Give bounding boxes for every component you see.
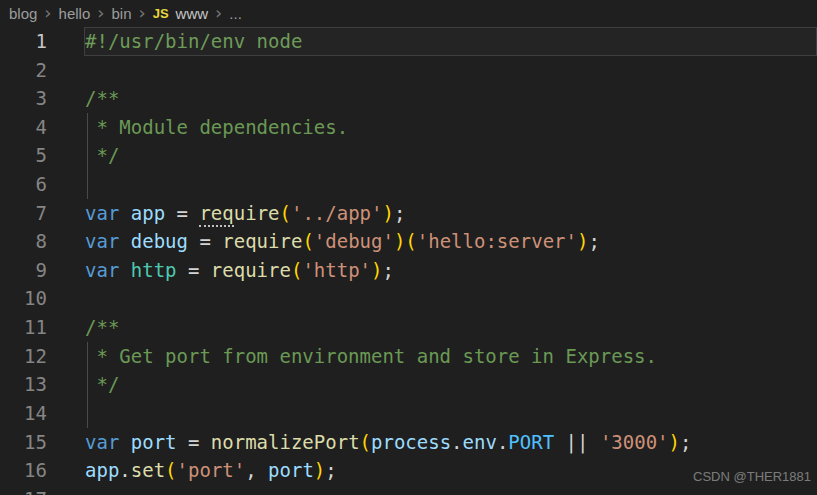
chevron-right-icon: › [208, 2, 229, 25]
token-var: app [85, 459, 119, 481]
code-text [47, 399, 85, 428]
token-fn: req [199, 202, 233, 227]
line-number[interactable]: 7 [0, 199, 47, 228]
token-fn: uire [234, 202, 280, 224]
code-text: var http = require('http'); [47, 256, 394, 285]
line-number[interactable]: 17 [0, 485, 47, 495]
code-line[interactable]: 16app.set('port', port); [0, 456, 817, 485]
code-line[interactable]: 3/** [0, 84, 817, 113]
token-fn: require [211, 259, 291, 281]
line-number[interactable]: 12 [0, 342, 47, 371]
code-line[interactable]: 12 * Get port from environment and store… [0, 342, 817, 371]
code-line[interactable]: 6 [0, 170, 817, 199]
token-op: . [451, 431, 462, 453]
token-kw: var [85, 259, 131, 281]
code-text [47, 485, 85, 495]
code-line[interactable]: 17 [0, 485, 817, 495]
breadcrumb-item-bin[interactable]: bin [111, 5, 131, 22]
line-number[interactable]: 9 [0, 256, 47, 285]
token-cmt: * Module dependencies. [85, 116, 348, 138]
breadcrumb-symbol-ellipsis[interactable]: ... [229, 5, 242, 22]
code-text: */ [47, 141, 119, 170]
line-number[interactable]: 14 [0, 399, 47, 428]
code-line[interactable]: 9var http = require('http'); [0, 256, 817, 285]
code-line[interactable]: 8var debug = require('debug')('hello:ser… [0, 227, 817, 256]
code-text: app.set('port', port); [47, 456, 337, 485]
line-number[interactable]: 4 [0, 113, 47, 142]
line-number[interactable]: 2 [0, 56, 47, 85]
breadcrumb-item-hello[interactable]: hello [59, 5, 91, 22]
vscode-editor-window: blog › hello › bin › JS www › ... 1#!/us… [0, 0, 817, 495]
code-line[interactable]: 1#!/usr/bin/env node [0, 27, 817, 56]
token-op: . [119, 459, 130, 481]
chevron-right-icon: › [90, 2, 111, 25]
token-par: ) [669, 431, 680, 453]
code-text: */ [47, 370, 119, 399]
token-par: ) [382, 202, 393, 224]
line-number[interactable]: 6 [0, 170, 47, 199]
code-line[interactable]: 14 [0, 399, 817, 428]
code-line[interactable]: 4 * Module dependencies. [0, 113, 817, 142]
token-op: = [188, 259, 211, 281]
token-var: env [463, 431, 497, 453]
token-par: ) [371, 259, 382, 281]
token-str: 'port' [177, 459, 246, 481]
chevron-right-icon: › [132, 2, 153, 25]
code-text: #!/usr/bin/env node [47, 27, 302, 56]
token-var: app [131, 202, 177, 224]
token-cmt: /** [85, 87, 119, 109]
editor[interactable]: 1#!/usr/bin/env node23/**4 * Module depe… [0, 27, 817, 495]
token-op: = [199, 230, 222, 252]
token-op: ; [680, 431, 691, 453]
token-cmt: #!/usr/bin/env node [85, 30, 302, 52]
token-op: = [177, 202, 200, 224]
token-op: ; [382, 259, 393, 281]
token-kw: var [85, 431, 131, 453]
code-text: var app = require('../app'); [47, 199, 405, 228]
token-par: ( [360, 431, 371, 453]
breadcrumb-item-blog[interactable]: blog [9, 5, 37, 22]
code-text [47, 284, 85, 313]
breadcrumb-item-file-www[interactable]: www [176, 5, 209, 22]
line-number[interactable]: 3 [0, 84, 47, 113]
token-par: ) [577, 230, 588, 252]
token-str: 'http' [302, 259, 371, 281]
code-text [47, 170, 85, 199]
line-number[interactable]: 11 [0, 313, 47, 342]
token-fn: set [131, 459, 165, 481]
code-line[interactable]: 10 [0, 284, 817, 313]
token-str: '../app' [291, 202, 383, 224]
token-cmt: * Get port from environment and store in… [85, 345, 657, 367]
token-op: ; [394, 202, 405, 224]
code-text: var port = normalizePort(process.env.POR… [47, 428, 691, 457]
token-op: = [188, 431, 211, 453]
line-number[interactable]: 13 [0, 370, 47, 399]
code-lines: 1#!/usr/bin/env node23/**4 * Module depe… [0, 27, 817, 495]
token-var: port [268, 459, 314, 481]
code-line[interactable]: 5 */ [0, 141, 817, 170]
token-par: ) [314, 459, 325, 481]
token-kw: var [85, 202, 131, 224]
line-number[interactable]: 1 [0, 27, 47, 56]
code-line[interactable]: 13 */ [0, 370, 817, 399]
code-text [47, 56, 85, 85]
code-text: var debug = require('debug')('hello:serv… [47, 227, 600, 256]
line-number[interactable]: 16 [0, 456, 47, 485]
code-line[interactable]: 11/** [0, 313, 817, 342]
token-var: process [371, 431, 451, 453]
token-par: ( [291, 259, 302, 281]
line-number[interactable]: 10 [0, 284, 47, 313]
token-op: || [554, 431, 600, 453]
token-par: ( [280, 202, 291, 224]
line-number[interactable]: 5 [0, 141, 47, 170]
token-str: 'hello:server' [417, 230, 577, 252]
line-number[interactable]: 8 [0, 227, 47, 256]
token-par: )( [394, 230, 417, 252]
token-op: , [245, 459, 268, 481]
line-number[interactable]: 15 [0, 428, 47, 457]
code-line[interactable]: 2 [0, 56, 817, 85]
code-line[interactable]: 7var app = require('../app'); [0, 199, 817, 228]
code-line[interactable]: 15var port = normalizePort(process.env.P… [0, 428, 817, 457]
token-op: ; [325, 459, 336, 481]
code-text: /** [47, 313, 119, 342]
